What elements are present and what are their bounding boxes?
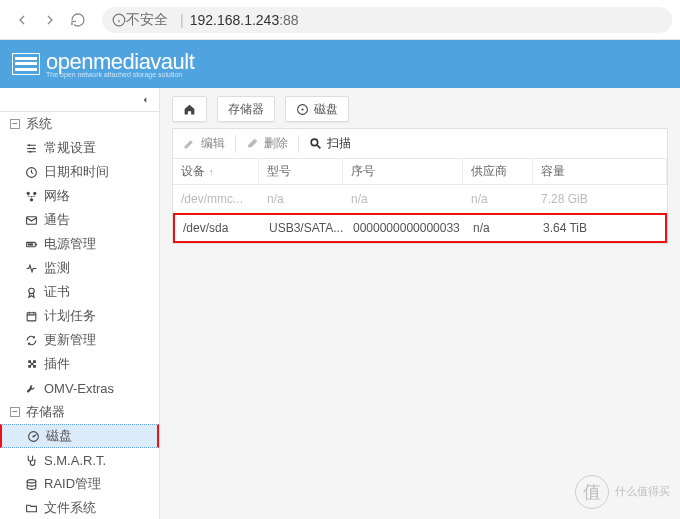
network-icon bbox=[24, 189, 38, 203]
svg-rect-14 bbox=[27, 243, 32, 245]
table-row[interactable]: /dev/sda USB3/SATA... 0000000000000033 n… bbox=[173, 213, 667, 243]
home-icon bbox=[183, 103, 196, 116]
sidebar-item-power[interactable]: 电源管理 bbox=[0, 232, 159, 256]
sidebar-item-network[interactable]: 网络 bbox=[0, 184, 159, 208]
svg-point-5 bbox=[32, 147, 34, 149]
sliders-icon bbox=[24, 141, 38, 155]
col-vendor[interactable]: 供应商 bbox=[463, 159, 533, 184]
watermark: 值 什么值得买 bbox=[575, 475, 670, 509]
stethoscope-icon bbox=[24, 453, 38, 467]
calendar-icon bbox=[24, 309, 38, 323]
folder-icon bbox=[24, 501, 38, 515]
insecure-label: 不安全 bbox=[126, 11, 168, 29]
delete-button[interactable]: 删除 bbox=[236, 129, 298, 158]
col-capacity[interactable]: 容量 bbox=[533, 159, 667, 184]
chevron-left-icon bbox=[141, 95, 149, 105]
svg-point-20 bbox=[27, 479, 36, 482]
hdd-icon bbox=[296, 103, 309, 116]
sidebar-item-omvextras[interactable]: OMV-Extras bbox=[0, 376, 159, 400]
url-port: :88 bbox=[279, 12, 298, 28]
search-icon bbox=[309, 137, 322, 150]
svg-point-8 bbox=[26, 191, 29, 194]
svg-point-10 bbox=[29, 198, 32, 201]
sidebar-item-system[interactable]: − 系统 bbox=[0, 112, 159, 136]
table-row[interactable]: /dev/mmc... n/a n/a n/a 7.28 GiB bbox=[173, 185, 667, 213]
sidebar-item-filesystems[interactable]: 文件系统 bbox=[0, 496, 159, 519]
svg-rect-16 bbox=[27, 312, 36, 320]
table-header: 设备↑ 型号 序号 供应商 容量 bbox=[173, 159, 667, 185]
sidebar-item-notification[interactable]: 通告 bbox=[0, 208, 159, 232]
cert-icon bbox=[24, 285, 38, 299]
svg-point-4 bbox=[28, 144, 30, 146]
sidebar-item-plugins[interactable]: 插件 bbox=[0, 352, 159, 376]
back-icon[interactable] bbox=[10, 8, 34, 32]
info-icon bbox=[112, 13, 126, 27]
battery-icon bbox=[24, 237, 38, 251]
reload-icon[interactable] bbox=[66, 8, 90, 32]
pencil-icon bbox=[183, 137, 196, 150]
sidebar-item-disks[interactable]: 磁盘 bbox=[0, 424, 159, 448]
breadcrumb-home[interactable] bbox=[172, 96, 207, 122]
content-area: 存储器 磁盘 编辑 删除 扫描 设备↑ 型号 序号 供应商 容量 /dev/mm… bbox=[160, 88, 680, 519]
svg-point-9 bbox=[33, 191, 36, 194]
disks-panel: 编辑 删除 扫描 设备↑ 型号 序号 供应商 容量 /dev/mmc... n/… bbox=[172, 128, 668, 244]
svg-point-23 bbox=[311, 139, 318, 146]
logo-text: openmediavault bbox=[46, 51, 194, 73]
col-model[interactable]: 型号 bbox=[259, 159, 343, 184]
forward-icon[interactable] bbox=[38, 8, 62, 32]
svg-marker-3 bbox=[144, 97, 147, 102]
mail-icon bbox=[24, 213, 38, 227]
sidebar-item-storage[interactable]: − 存储器 bbox=[0, 400, 159, 424]
watermark-icon: 值 bbox=[575, 475, 609, 509]
svg-point-19 bbox=[33, 459, 35, 461]
sidebar-item-raid[interactable]: RAID管理 bbox=[0, 472, 159, 496]
svg-point-15 bbox=[28, 288, 33, 293]
sidebar-item-scheduled[interactable]: 计划任务 bbox=[0, 304, 159, 328]
database-icon bbox=[24, 477, 38, 491]
hdd-icon bbox=[26, 429, 40, 443]
breadcrumb: 存储器 磁盘 bbox=[172, 96, 668, 122]
address-bar[interactable]: 不安全 | 192.168.1.243:88 bbox=[102, 7, 672, 33]
svg-point-6 bbox=[29, 150, 31, 152]
collapse-icon: − bbox=[10, 407, 20, 417]
sidebar-item-monitoring[interactable]: 监测 bbox=[0, 256, 159, 280]
svg-point-22 bbox=[301, 108, 303, 110]
url-host: 192.168.1.243 bbox=[190, 12, 280, 28]
sidebar-item-general[interactable]: 常规设置 bbox=[0, 136, 159, 160]
logo-icon bbox=[12, 53, 40, 75]
scan-button[interactable]: 扫描 bbox=[299, 129, 361, 158]
heartbeat-icon bbox=[24, 261, 38, 275]
logo-tagline: The open network attached storage soluti… bbox=[46, 71, 194, 78]
browser-bar: 不安全 | 192.168.1.243:88 bbox=[0, 0, 680, 40]
puzzle-icon bbox=[24, 357, 38, 371]
sidebar: − 系统 常规设置 日期和时间 网络 通告 电源管理 监测 证书 计划任务 更新… bbox=[0, 88, 160, 519]
breadcrumb-storage[interactable]: 存储器 bbox=[217, 96, 275, 122]
breadcrumb-disks[interactable]: 磁盘 bbox=[285, 96, 349, 122]
edit-button[interactable]: 编辑 bbox=[173, 129, 235, 158]
wrench-icon bbox=[24, 381, 38, 395]
eraser-icon bbox=[246, 137, 259, 150]
sidebar-item-certs[interactable]: 证书 bbox=[0, 280, 159, 304]
refresh-icon bbox=[24, 333, 38, 347]
sidebar-collapse[interactable] bbox=[0, 88, 159, 112]
svg-line-24 bbox=[317, 145, 320, 148]
clock-icon bbox=[24, 165, 38, 179]
sidebar-item-smart[interactable]: S.M.A.R.T. bbox=[0, 448, 159, 472]
sidebar-item-update[interactable]: 更新管理 bbox=[0, 328, 159, 352]
sort-asc-icon: ↑ bbox=[209, 167, 214, 177]
sidebar-item-datetime[interactable]: 日期和时间 bbox=[0, 160, 159, 184]
app-header: openmediavault The open network attached… bbox=[0, 40, 680, 88]
toolbar: 编辑 删除 扫描 bbox=[173, 129, 667, 159]
col-device[interactable]: 设备↑ bbox=[173, 159, 259, 184]
svg-rect-13 bbox=[35, 243, 36, 245]
collapse-icon: − bbox=[10, 119, 20, 129]
col-serial[interactable]: 序号 bbox=[343, 159, 463, 184]
